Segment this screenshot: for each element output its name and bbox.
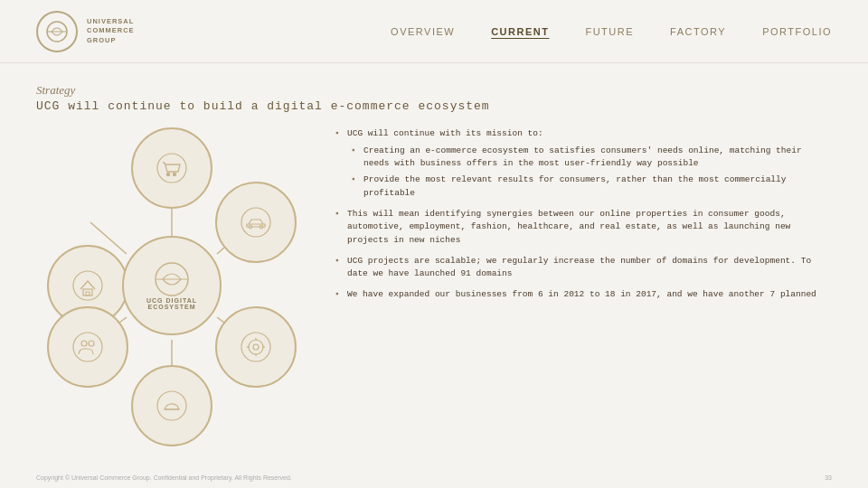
bullet-text: UCG projects are scalable; we regularly … — [347, 255, 832, 281]
svg-point-18 — [249, 340, 263, 354]
bullet-text: We have expanded our businesses from 6 i… — [347, 288, 816, 302]
bullet-main-3: ▪ UCG projects are scalable; we regularl… — [335, 255, 832, 281]
footer: Copyright © Universal Commerce Group. Co… — [36, 474, 832, 481]
strategy-label: Strategy — [36, 83, 832, 98]
bullet-main-2: ▪ This will mean identifying synergies b… — [335, 208, 832, 248]
logo: UNIVERSAL COMMERCE GROUP — [36, 11, 135, 52]
main-content: Strategy UCG will continue to build a di… — [0, 63, 868, 462]
header: UNIVERSAL COMMERCE GROUP OVERVIEW CURREN… — [0, 0, 868, 63]
bullet-sub-1: ▪ Creating an e-commerce ecosystem to sa… — [351, 145, 832, 171]
nav-future[interactable]: FUTURE — [585, 26, 634, 37]
svg-point-17 — [241, 333, 270, 361]
svg-point-8 — [157, 154, 186, 183]
bullet-dot: ▪ — [335, 255, 342, 281]
svg-point-25 — [81, 341, 87, 346]
navigation: OVERVIEW CURRENT FUTURE FACTORY PORTFOLI… — [391, 26, 832, 37]
page-number: 33 — [825, 474, 832, 481]
svg-point-10 — [174, 174, 176, 176]
svg-rect-16 — [86, 292, 90, 296]
bullet-text: This will mean identifying synergies bet… — [347, 208, 832, 248]
bullet-dot: ▪ — [351, 174, 358, 200]
svg-point-9 — [167, 174, 170, 176]
nav-current[interactable]: CURRENT — [491, 26, 549, 37]
bullet-text: UCG will continue with its mission to: — [347, 127, 543, 141]
bullet-main-1: ▪ UCG will continue with its mission to: — [335, 127, 832, 141]
bullet-dot: ▪ — [351, 145, 358, 171]
hex-shopping — [131, 127, 212, 209]
nav-portfolio[interactable]: PORTFOLIO — [762, 26, 832, 37]
logo-text: UNIVERSAL COMMERCE GROUP — [87, 17, 135, 46]
hex-employment — [47, 306, 128, 388]
bullet-dot: ▪ — [335, 127, 342, 141]
svg-point-26 — [89, 341, 94, 346]
svg-point-11 — [241, 208, 270, 237]
logo-circle — [36, 11, 78, 52]
bullet-section-2: ▪ This will mean identifying synergies b… — [335, 208, 832, 248]
bullet-dot: ▪ — [335, 208, 342, 248]
hex-fashion — [131, 365, 212, 446]
bullet-main-4: ▪ We have expanded our businesses from 6… — [335, 288, 832, 302]
copyright-text: Copyright © Universal Commerce Group. Co… — [36, 474, 292, 481]
svg-point-24 — [73, 333, 102, 361]
hex-ucg-center: UCG DIGITALECOSYSTEM — [122, 236, 222, 335]
page-title: UCG will continue to build a digital e-c… — [36, 99, 832, 113]
nav-overview[interactable]: OVERVIEW — [391, 26, 455, 37]
hex-targeting — [215, 306, 297, 388]
bullet-section-4: ▪ We have expanded our businesses from 6… — [335, 288, 832, 302]
bullet-text: Provide the most relevant results for co… — [363, 174, 832, 200]
bullet-section-3: ▪ UCG projects are scalable; we regularl… — [335, 255, 832, 281]
bullet-text: Creating an e-commerce ecosystem to sati… — [363, 145, 832, 171]
hex-automotive — [215, 182, 297, 263]
content-area: UCG DIGITALECOSYSTEM ▪ UCG will continue… — [36, 127, 832, 453]
nav-factory[interactable]: FACTORY — [670, 26, 726, 37]
bullet-section-1: ▪ UCG will continue with its mission to:… — [335, 127, 832, 201]
svg-point-27 — [157, 391, 186, 420]
bullet-sub-2: ▪ Provide the most relevant results for … — [351, 174, 832, 200]
ucg-center-label: UCG DIGITALECOSYSTEM — [146, 297, 197, 310]
svg-point-19 — [253, 344, 259, 350]
bullet-dot: ▪ — [335, 288, 342, 302]
ucg-ecosystem-diagram: UCG DIGITALECOSYSTEM — [36, 127, 307, 453]
text-bullets: ▪ UCG will continue with its mission to:… — [335, 127, 832, 309]
